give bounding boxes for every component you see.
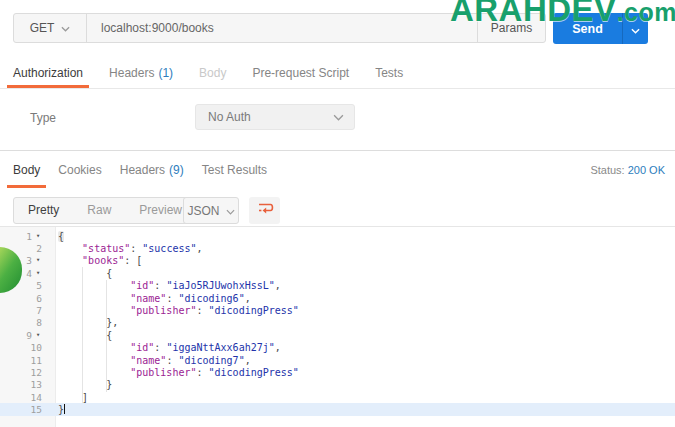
- tab-tests[interactable]: Tests: [375, 57, 403, 88]
- line-number: 6: [36, 293, 42, 304]
- code-text: },: [56, 317, 118, 328]
- fold-arrow-icon[interactable]: ▾: [34, 270, 42, 277]
- code-text: "publisher": "dicodingPress": [56, 305, 299, 316]
- auth-type-dropdown[interactable]: No Auth: [195, 104, 355, 130]
- tab-label: Body: [13, 163, 40, 177]
- line-number: 14: [31, 392, 42, 403]
- code-lines: 1▾{2 "status": "success",3▾ "books": [4▾…: [0, 230, 675, 416]
- response-view-switcher: Pretty Raw Preview: [13, 197, 197, 224]
- code-text: "name": "dicoding6",: [56, 293, 251, 304]
- line-number: 13: [31, 379, 42, 390]
- line-number: 15: [31, 404, 42, 415]
- code-line[interactable]: 14 ]: [0, 391, 675, 403]
- line-gutter-cell: 11: [0, 355, 56, 366]
- line-gutter-cell: 12: [0, 367, 56, 378]
- tab-label: Body: [199, 66, 226, 80]
- line-number: 2: [36, 243, 42, 254]
- method-label: GET: [30, 21, 55, 35]
- tab-response-body[interactable]: Body: [13, 152, 40, 188]
- format-dropdown[interactable]: JSON: [183, 197, 239, 224]
- fold-arrow-icon[interactable]: ▾: [34, 332, 42, 339]
- tab-test-results[interactable]: Test Results: [202, 152, 267, 188]
- code-line[interactable]: 6 "name": "dicoding6",: [0, 292, 675, 304]
- line-gutter-cell: 9▾: [0, 330, 56, 341]
- code-line[interactable]: 9▾ {: [0, 329, 675, 341]
- code-text: {: [56, 231, 64, 242]
- tab-count-badge: (9): [169, 163, 184, 177]
- chevron-down-icon: [61, 21, 70, 35]
- code-line[interactable]: 2 "status": "success",: [0, 242, 675, 254]
- code-text: ]: [56, 392, 88, 403]
- tab-label: Tests: [375, 66, 403, 80]
- line-gutter-cell: 7: [0, 305, 56, 316]
- line-gutter-cell: 8: [0, 317, 56, 328]
- word-wrap-button[interactable]: [249, 197, 280, 224]
- code-text: }: [56, 404, 65, 415]
- line-gutter-cell: 14: [0, 392, 56, 403]
- code-line[interactable]: 10 "id": "iggaNttAxx6ah27j",: [0, 342, 675, 354]
- code-text: "id": "iggaNttAxx6ah27j",: [56, 342, 281, 353]
- line-number: 10: [31, 342, 42, 353]
- response-body-editor[interactable]: 1▾{2 "status": "success",3▾ "books": [4▾…: [0, 227, 675, 427]
- response-status: Status: 200 OK: [590, 164, 665, 176]
- tab-pre-request-script[interactable]: Pre-request Script: [252, 57, 349, 88]
- status-label: Status:: [590, 164, 624, 176]
- view-raw-button[interactable]: Raw: [73, 198, 125, 223]
- code-line[interactable]: 11 "name": "dicoding7",: [0, 354, 675, 366]
- format-value: JSON: [187, 204, 219, 218]
- section-divider: [0, 150, 675, 151]
- line-number: 9: [26, 330, 32, 341]
- line-gutter-cell: 1▾: [0, 231, 56, 242]
- url-input[interactable]: [87, 14, 477, 42]
- auth-type-value: No Auth: [208, 110, 333, 124]
- tab-label: Headers: [120, 163, 165, 177]
- line-gutter-cell: 13: [0, 379, 56, 390]
- method-dropdown[interactable]: GET: [14, 14, 87, 42]
- fold-arrow-icon[interactable]: ▾: [34, 257, 42, 264]
- postman-window: ARAHDEV.com GET Params Send Authorizatio…: [0, 0, 675, 427]
- watermark-suffix: .com: [617, 0, 675, 26]
- response-tabs: Body Cookies Headers (9) Test Results: [0, 152, 675, 188]
- line-number: 3: [26, 255, 32, 266]
- tab-label: Headers: [109, 66, 154, 80]
- code-line[interactable]: 4▾ {: [0, 267, 675, 279]
- code-line[interactable]: 1▾{: [0, 230, 675, 242]
- code-line[interactable]: 7 "publisher": "dicodingPress": [0, 304, 675, 316]
- watermark-main: ARAHDEV: [450, 0, 617, 28]
- request-tabs: Authorization Headers (1) Body Pre-reque…: [0, 57, 675, 89]
- line-gutter-cell: 10: [0, 342, 56, 353]
- code-line[interactable]: 12 "publisher": "dicodingPress": [0, 366, 675, 378]
- code-text: }: [56, 379, 112, 390]
- code-line[interactable]: 15}: [0, 403, 675, 415]
- fold-arrow-icon[interactable]: ▾: [34, 233, 42, 240]
- code-text: {: [56, 330, 112, 341]
- line-number: 1: [26, 231, 32, 242]
- line-number: 4: [26, 268, 32, 279]
- line-number: 7: [36, 305, 42, 316]
- tab-label: Authorization: [13, 66, 83, 80]
- tab-count-badge: (1): [158, 66, 173, 80]
- text-cursor: [64, 404, 65, 414]
- tab-headers[interactable]: Headers (1): [109, 57, 173, 88]
- status-value: 200 OK: [628, 164, 665, 176]
- tab-response-headers[interactable]: Headers (9): [120, 152, 184, 188]
- tab-authorization[interactable]: Authorization: [13, 57, 83, 88]
- chevron-down-icon: [333, 110, 344, 124]
- view-pretty-button[interactable]: Pretty: [14, 198, 73, 223]
- code-line[interactable]: 8 },: [0, 317, 675, 329]
- line-number: 11: [31, 355, 42, 366]
- code-line[interactable]: 5 "id": "iaJo5RJUwohxHssL",: [0, 280, 675, 292]
- tab-label: Test Results: [202, 163, 267, 177]
- tab-body[interactable]: Body: [199, 57, 226, 88]
- tab-cookies[interactable]: Cookies: [58, 152, 101, 188]
- line-gutter-cell: 15: [0, 404, 56, 415]
- code-text: "publisher": "dicodingPress": [56, 367, 299, 378]
- line-number: 5: [36, 280, 42, 291]
- code-line[interactable]: 3▾ "books": [: [0, 255, 675, 267]
- word-wrap-icon: [256, 200, 274, 221]
- code-text: "name": "dicoding7",: [56, 355, 251, 366]
- chevron-down-icon: [226, 204, 235, 218]
- tab-label: Cookies: [58, 163, 101, 177]
- code-text: {: [56, 268, 112, 279]
- code-line[interactable]: 13 }: [0, 379, 675, 391]
